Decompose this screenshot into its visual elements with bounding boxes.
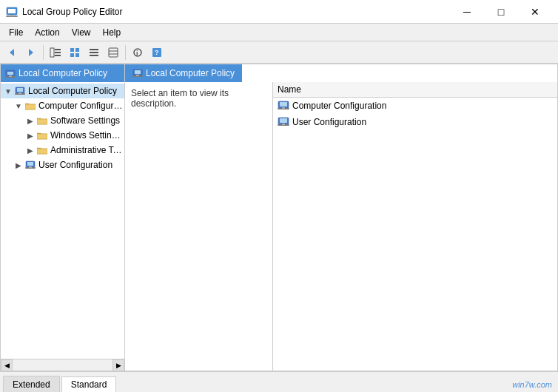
bottom-bar: Extended Standard <box>0 371 558 392</box>
svg-rect-34 <box>37 134 47 139</box>
tree-toggle-ss[interactable]: ▶ <box>24 117 36 125</box>
right-header: Local Computer Policy <box>125 64 557 82</box>
svg-rect-8 <box>55 52 61 53</box>
window-title: Local Group Policy Editor <box>22 7 122 17</box>
toolbar-sep-1 <box>43 45 44 60</box>
app-icon <box>6 6 18 18</box>
tree-label-cc: Computer Configura... <box>38 101 123 111</box>
tree-header-label: Local Computer Policy <box>19 68 107 78</box>
view-button-1[interactable] <box>66 44 84 61</box>
computer-icon-lcp <box>14 85 26 97</box>
show-hide-tree-button[interactable] <box>47 44 64 61</box>
svg-rect-27 <box>9 75 12 77</box>
list-row-computer-config[interactable]: Computer Configuration <box>273 98 557 114</box>
title-bar: Local Group Policy Editor ─ □ ✕ <box>0 0 558 24</box>
list-row-user-config[interactable]: User Configuration <box>273 114 557 130</box>
list-label-cc: Computer Configuration <box>292 101 386 111</box>
list-icon-uc <box>278 116 289 128</box>
svg-rect-31 <box>19 92 21 94</box>
svg-rect-15 <box>90 52 98 53</box>
folder-icon-at <box>36 144 48 156</box>
svg-rect-16 <box>90 55 98 56</box>
tree-label-ws: Windows Setting... <box>50 130 123 141</box>
tree-panel: Local Computer Policy ▼ Local Computer P… <box>1 64 125 371</box>
tree-header: Local Computer Policy <box>1 64 124 82</box>
tree-label-at: Administrative Te... <box>50 145 123 155</box>
folder-icon-ss <box>36 115 48 126</box>
svg-rect-1 <box>8 9 16 13</box>
close-button[interactable]: ✕ <box>518 0 552 24</box>
tree-item-computer-config[interactable]: ▼ Computer Configura... <box>1 98 124 113</box>
tree-item-user-config[interactable]: ▶ User Configuration <box>1 158 124 172</box>
tree-item-windows-settings[interactable]: ▶ Windows Setting... <box>1 128 124 143</box>
menu-help[interactable]: Help <box>97 26 127 39</box>
tree-hscroll[interactable]: ◀ ▶ <box>1 359 124 371</box>
computer-icon-uc <box>24 159 36 171</box>
view-button-3[interactable] <box>104 44 122 61</box>
svg-rect-17 <box>109 48 118 57</box>
toolbar-sep-2 <box>125 45 126 60</box>
hscroll-right[interactable]: ▶ <box>112 359 124 371</box>
svg-rect-10 <box>70 48 74 52</box>
forward-button[interactable] <box>22 44 40 61</box>
tree-toggle-uc[interactable]: ▶ <box>13 161 24 169</box>
description-text: Select an item to view its description. <box>131 88 229 109</box>
menu-bar: File Action View Help <box>0 24 558 41</box>
maximize-button[interactable]: □ <box>484 0 518 24</box>
list-label-uc: User Configuration <box>292 117 366 127</box>
view-button-2[interactable] <box>85 44 103 61</box>
properties-button[interactable]: i <box>129 44 147 61</box>
list-header: Name <box>273 82 557 98</box>
back-button[interactable] <box>3 44 21 61</box>
tree-toggle-lcp[interactable]: ▼ <box>2 87 14 95</box>
title-bar-left: Local Group Policy Editor <box>6 6 122 18</box>
content-area: Select an item to view its description. … <box>125 82 557 371</box>
svg-rect-6 <box>50 48 54 57</box>
svg-rect-13 <box>75 53 79 57</box>
tree-label-lcp: Local Computer Policy <box>28 86 117 96</box>
svg-rect-3 <box>10 15 13 16</box>
tree-label-uc: User Configuration <box>38 160 112 170</box>
svg-rect-45 <box>280 102 287 107</box>
svg-rect-12 <box>70 53 74 57</box>
svg-rect-35 <box>37 149 47 154</box>
col-name: Name <box>278 84 553 95</box>
tree-toggle-cc[interactable]: ▼ <box>13 102 24 110</box>
svg-rect-41 <box>135 70 141 74</box>
help-button[interactable]: ? <box>148 44 166 61</box>
svg-rect-47 <box>282 107 285 109</box>
tree-item-admin-templates[interactable]: ▶ Administrative Te... <box>1 143 124 158</box>
svg-rect-37 <box>27 162 33 166</box>
svg-rect-39 <box>29 166 32 168</box>
svg-rect-29 <box>17 88 23 92</box>
svg-rect-43 <box>136 75 139 76</box>
breadcrumb-icon <box>132 68 143 78</box>
tab-extended[interactable]: Extended <box>3 376 60 392</box>
main-area: Local Computer Policy ▼ Local Computer P… <box>0 64 558 371</box>
svg-text:?: ? <box>155 49 159 56</box>
title-controls: ─ □ ✕ <box>450 0 552 24</box>
folder-icon-ws <box>36 129 48 141</box>
menu-file[interactable]: File <box>3 26 29 39</box>
folder-icon-cc <box>24 100 36 112</box>
svg-rect-32 <box>25 104 36 109</box>
hscroll-left[interactable]: ◀ <box>1 359 13 371</box>
tree-toggle-ws[interactable]: ▶ <box>24 132 36 140</box>
menu-view[interactable]: View <box>66 26 97 39</box>
svg-marker-5 <box>29 49 33 56</box>
svg-rect-14 <box>90 49 98 50</box>
svg-rect-11 <box>75 48 79 52</box>
tree-toggle-at[interactable]: ▶ <box>24 146 36 155</box>
list-pane: Name Computer Configuration <box>273 82 557 371</box>
list-icon-cc <box>278 100 289 112</box>
minimize-button[interactable]: ─ <box>450 0 484 24</box>
tree-item-local-computer-policy[interactable]: ▼ Local Computer Policy <box>1 84 124 98</box>
description-pane: Select an item to view its description. <box>125 82 273 371</box>
tree-item-software-settings[interactable]: ▶ Software Settings <box>1 113 124 128</box>
menu-action[interactable]: Action <box>29 26 65 39</box>
svg-text:i: i <box>136 50 138 57</box>
tree-header-icon <box>5 68 16 78</box>
right-panel: Local Computer Policy Select an item to … <box>125 64 557 371</box>
svg-marker-4 <box>10 49 14 56</box>
tab-standard[interactable]: Standard <box>61 376 117 392</box>
